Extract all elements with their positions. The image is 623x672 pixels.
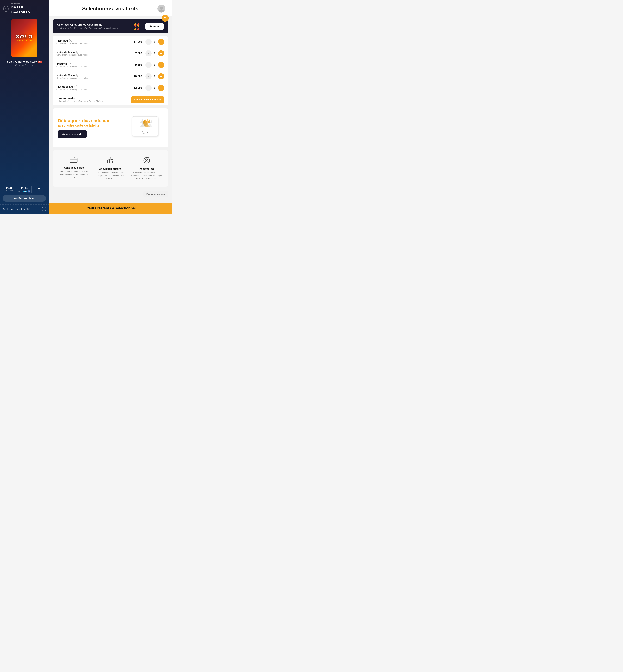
direct-access-icon xyxy=(131,157,162,165)
table-row: Plus de 65 ans i Compléments technologiq… xyxy=(53,82,168,94)
tarif-info-0: Plein Tarif i Compléments technologiques… xyxy=(56,39,130,44)
bottom-bar: 3 tarifs restants à sélectionner xyxy=(49,203,172,214)
tarif-count-1: 0 xyxy=(153,52,157,55)
main-scroll: CinéPass, CinéCarte ou Code promo Ajoute… xyxy=(49,16,172,203)
sidebar: ← les cinémas PATHÉ GAUMONT SOLO A STAR … xyxy=(0,0,49,214)
sidebar-header: ← les cinémas PATHÉ GAUMONT xyxy=(0,0,49,16)
svg-point-26 xyxy=(146,160,147,161)
main-header: Sélectionnez vos tarifs xyxy=(49,0,172,16)
session-places-value: 4 xyxy=(32,187,46,190)
session-time-value: 11:15 xyxy=(17,187,32,190)
tarif-name-2: Imagin'R i xyxy=(56,62,132,65)
info-icon-0[interactable]: i xyxy=(69,39,72,42)
cineday-title: Tous les mardis xyxy=(56,97,131,100)
cinepass-title: CinéPass, CinéCarte ou Code promo xyxy=(57,23,120,26)
benefit-title-1: Annulation gratuite xyxy=(95,167,126,170)
table-row: Moins de 26 ans i Compléments technologi… xyxy=(53,71,168,82)
benefit-item-2: Accès direct Nous vous accueillons au po… xyxy=(128,155,165,182)
session-time-block: 11:15 VOST IMAX ♿ xyxy=(17,186,32,193)
benefit-desc-0: Pas de frais de réservation ni de montan… xyxy=(58,170,90,179)
tarif-desc-2: Compléments technologiques inclus xyxy=(56,65,132,68)
fidelite-title: Débloquez des cadeaux xyxy=(58,118,109,123)
tarif-controls-3: − 0 − xyxy=(145,73,164,80)
session-date-block: 22/09 MERCREDI xyxy=(3,186,17,193)
increment-button-1[interactable]: − xyxy=(158,50,164,56)
cinepass-add-button[interactable]: Ajouter xyxy=(145,23,164,30)
back-button[interactable]: ← xyxy=(3,6,9,12)
tarif-name-0: Plein Tarif i xyxy=(56,39,130,42)
cineday-desc: 1 place achetée, 1 place offerte avec Or… xyxy=(56,100,131,102)
tarif-info-2: Imagin'R i Compléments technologiques in… xyxy=(56,62,132,68)
decrement-button-2[interactable]: − xyxy=(145,62,151,68)
cinema-name: Gaumont Parnasse xyxy=(2,64,47,66)
increment-button-4[interactable]: − xyxy=(158,85,164,91)
session-date-value: 22/09 xyxy=(3,187,17,190)
benefit-desc-1: Vous pouvez annuler vos billets jusqu'à … xyxy=(95,171,126,180)
tarif-count-4: 0 xyxy=(153,87,157,89)
tarif-price-1: 7,50€ xyxy=(135,52,142,55)
info-icon-1[interactable]: i xyxy=(76,51,79,54)
tarif-price-2: 9,50€ xyxy=(135,63,142,66)
increment-button-2[interactable]: − xyxy=(158,62,164,68)
decrement-button-1[interactable]: − xyxy=(145,50,151,56)
movie-title-area: Solo : A Star Wars Story -12 Gaumont Par… xyxy=(0,58,49,68)
decrement-button-3[interactable]: − xyxy=(145,73,151,80)
no-fees-icon xyxy=(58,157,90,165)
tarif-name-4: Plus de 65 ans i xyxy=(56,85,130,88)
tarif-controls-0: − 0 − xyxy=(145,39,164,45)
consent-button[interactable]: Mes consentements xyxy=(143,191,168,197)
tarif-info-1: Moins de 14 ans i Compléments technologi… xyxy=(56,51,132,56)
session-time-sub: VOST IMAX ♿ xyxy=(17,190,32,192)
increment-button-3[interactable]: − xyxy=(158,73,164,80)
tarifs-card: Plein Tarif i Compléments technologiques… xyxy=(53,36,168,105)
vost-label: VOST xyxy=(18,191,22,192)
modify-places-button[interactable]: Modifier mes places xyxy=(3,195,46,202)
page-title: Sélectionnez vos tarifs xyxy=(63,6,157,12)
poster-date: LE 23 MAI EN CINÉMA xyxy=(16,41,33,43)
svg-rect-16 xyxy=(70,158,77,162)
cineday-row: Tous les mardis 1 place achetée, 1 place… xyxy=(53,94,168,105)
benefits-section: Sans aucun frais Pas de frais de réserva… xyxy=(53,150,168,186)
tarif-desc-0: Compléments technologiques inclus xyxy=(56,42,130,44)
cinepass-text: CinéPass, CinéCarte ou Code promo Ajoute… xyxy=(57,23,120,29)
cineday-add-button[interactable]: Ajouter un code Cinéday xyxy=(131,96,164,103)
fidelite-subtitle: avec votre carte de fidélité ! xyxy=(58,123,109,127)
movie-poster: SOLO A STAR WARS STORY LE 23 MAI EN CINÉ… xyxy=(11,20,37,57)
consent-area: Mes consentements xyxy=(53,189,168,198)
add-loyalty-card-button[interactable]: + xyxy=(41,207,46,211)
logo-small: les cinémas xyxy=(10,3,46,4)
loyalty-label: Ajouter une carte de fidélité xyxy=(3,208,30,210)
session-date-label: MERCREDI xyxy=(3,190,17,191)
info-icon-2[interactable]: i xyxy=(68,62,70,65)
help-button[interactable]: ? xyxy=(161,14,169,22)
decrement-button-4[interactable]: − xyxy=(145,85,151,91)
tarif-controls-4: − 0 − xyxy=(145,85,164,91)
logo-big: PATHÉ GAUMONT xyxy=(10,4,46,14)
decrement-button-0[interactable]: − xyxy=(145,39,151,45)
logo-area: les cinémas PATHÉ GAUMONT xyxy=(10,3,46,14)
fidelite-card-image: CARTE DE FIDÉLITÉ xyxy=(130,113,163,143)
tarif-count-0: 0 xyxy=(153,40,157,43)
cinepass-deco xyxy=(134,19,147,33)
fidelite-add-card-button[interactable]: Ajouter une carte xyxy=(58,130,87,138)
svg-point-1 xyxy=(159,9,164,11)
increment-button-0[interactable]: − xyxy=(158,39,164,45)
info-icon-3[interactable]: i xyxy=(76,74,79,77)
session-info: 22/09 MERCREDI 11:15 VOST IMAX ♿ 4 PLACE… xyxy=(3,186,46,193)
user-avatar xyxy=(157,4,166,13)
fidelite-text: Débloquez des cadeaux avec votre carte d… xyxy=(58,118,109,138)
age-badge: -12 xyxy=(38,61,41,63)
tarif-desc-3: Compléments technologiques inclus xyxy=(56,77,130,79)
poster-title: SOLO xyxy=(16,34,33,40)
tarif-info-4: Plus de 65 ans i Compléments technologiq… xyxy=(56,85,130,91)
benefit-desc-2: Nous vous accueillons au point d'accès a… xyxy=(131,171,162,180)
tarif-price-0: 17,00€ xyxy=(134,40,142,43)
tarif-info-3: Moins de 26 ans i Compléments technologi… xyxy=(56,74,130,79)
sidebar-footer: Ajouter une carte de fidélité + xyxy=(0,204,49,214)
table-row: Plein Tarif i Compléments technologiques… xyxy=(53,36,168,48)
tarif-desc-4: Compléments technologiques inclus xyxy=(56,88,130,91)
thumbs-up-icon xyxy=(95,157,126,165)
cinepass-desc: Ajoutez votre CinéPass, une CinéCarte pr… xyxy=(57,27,120,29)
tarif-price-4: 12,00€ xyxy=(134,86,142,90)
info-icon-4[interactable]: i xyxy=(74,85,77,88)
